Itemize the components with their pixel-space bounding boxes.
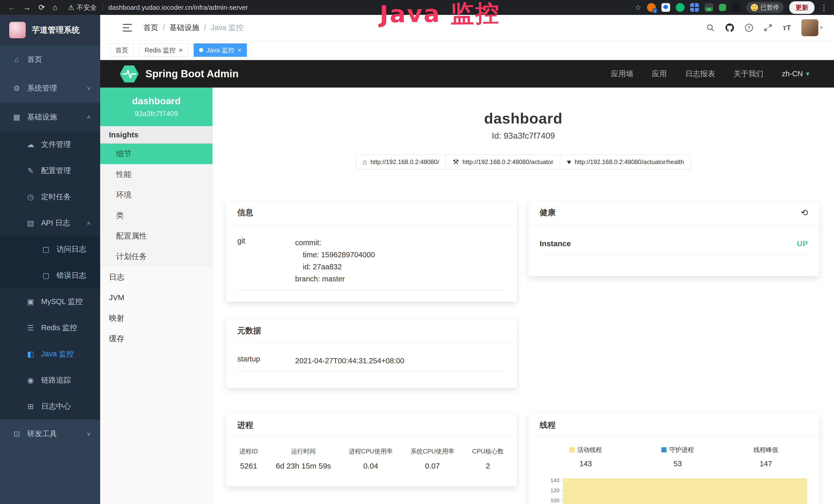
sidebar-item-mysql-monitor[interactable]: ▣ MySQL 监控 — [0, 289, 100, 315]
sidebar-item-label: 基础设施 — [27, 112, 57, 122]
heart-icon: ♥ — [567, 158, 571, 166]
app-title: 芋道管理系统 — [32, 25, 80, 36]
info-key: git — [237, 237, 295, 285]
sidebar-item-devtools[interactable]: ⊡ 研发工具 ∨ — [0, 419, 100, 448]
sidebar-item-config-props[interactable]: 配置属性 — [100, 226, 213, 246]
history-icon[interactable]: ⟲ — [801, 207, 808, 218]
sba-nav-about[interactable]: 关于我们 — [733, 69, 763, 79]
update-button[interactable]: 更新 — [789, 1, 814, 14]
metadata-line: 2021-04-27T00:44:31.254+08:00 — [295, 355, 404, 367]
paused-badge[interactable]: 已暂停 — [746, 2, 784, 13]
card-body: 进程ID 5261 运行时间 6d 23h 15m 59s 进程CPU使用率 0… — [226, 437, 517, 477]
bookmark-star-icon[interactable]: ☆ — [635, 3, 641, 12]
sidebar-item-label: 错误日志 — [57, 270, 86, 281]
threads-legend: 活动线程 143 守护进程 53 线程峰值 147 — [540, 444, 808, 468]
tab-redis-monitor[interactable]: Redis 监控 × — [139, 43, 188, 57]
sba-nav-wallboard[interactable]: 应用墙 — [611, 69, 633, 79]
metadata-card: 元数据 startup 2021-04-27T00:44:31.254+08:0… — [226, 319, 517, 388]
hamburger-icon[interactable] — [123, 24, 132, 31]
language-label: zh-CN — [782, 70, 803, 78]
legend-active-threads: 活动线程 143 — [569, 446, 602, 468]
stat-label: CPU核心数 — [472, 447, 504, 456]
home-icon: ⌂ — [363, 158, 367, 166]
page-title: dashboard — [213, 110, 834, 127]
sidebar-item-log-center[interactable]: ⊞ 日志中心 — [0, 393, 100, 419]
extension-icon-3[interactable] — [676, 3, 684, 12]
log-doc-icon: ▢ — [40, 271, 52, 280]
health-url-link[interactable]: ♥ http://192.168.0.2:48080/actuator/heal… — [560, 155, 691, 169]
sidebar-item-infrastructure[interactable]: ▦ 基础设施 ∧ — [0, 103, 100, 132]
sidebar-item-file-management[interactable]: ☁ 文件管理 — [0, 132, 100, 158]
sidebar-item-performance[interactable]: 性能 — [100, 164, 213, 185]
fullscreen-icon[interactable] — [764, 23, 772, 32]
process-stats: 进程ID 5261 运行时间 6d 23h 15m 59s 进程CPU使用率 0… — [237, 444, 506, 471]
address-bar[interactable]: ⚠ 不安全 dashboard.yudao.iocoder.cn/infra/a… — [68, 3, 248, 12]
sidebar-item-error-logs[interactable]: ▢ 错误日志 — [0, 262, 100, 289]
service-url-link[interactable]: ⌂ http://192.168.0.2:48080/ — [356, 155, 446, 169]
sidebar-item-access-logs[interactable]: ▢ 访问日志 — [0, 236, 100, 262]
sidebar-item-environment[interactable]: 环境 — [100, 185, 213, 205]
tab-java-monitor[interactable]: Java 监控 × — [194, 43, 247, 57]
app-logo[interactable]: 芋道管理系统 — [0, 15, 100, 45]
browser-home-icon[interactable]: ⌂ — [53, 4, 57, 11]
sba-language-selector[interactable]: zh-CN ▾ — [782, 70, 809, 78]
sidebar-item-api-logs[interactable]: ▤ API 日志 ∧ — [0, 210, 100, 236]
tab-home[interactable]: 首页 — [110, 43, 134, 57]
info-line: id: 27aa832 — [295, 261, 375, 273]
reload-icon[interactable]: ⟳ — [39, 4, 45, 11]
security-label[interactable]: 不安全 — [77, 3, 97, 12]
search-icon[interactable] — [706, 23, 715, 32]
link-label: http://192.168.0.2:48080/actuator/health — [575, 158, 684, 166]
github-icon[interactable] — [725, 23, 734, 32]
sidebar-item-caches[interactable]: 缓存 — [100, 328, 213, 349]
breadcrumb-infra[interactable]: 基础设施 — [170, 23, 199, 33]
chrome-menu-icon[interactable]: ⋮ — [820, 3, 828, 12]
log-doc-icon: ▢ — [40, 245, 52, 254]
forward-icon[interactable]: → — [23, 4, 31, 11]
sidebar-item-config-management[interactable]: ✎ 配置管理 — [0, 158, 100, 184]
sidebar-item-java-monitor[interactable]: ◧ Java 监控 — [0, 341, 100, 367]
extension-icon-2[interactable] — [661, 3, 670, 12]
sba-title: Spring Boot Admin — [146, 68, 239, 79]
sidebar-item-home[interactable]: ⌂ 首页 — [0, 45, 100, 74]
edit-icon: ✎ — [25, 166, 37, 175]
sidebar-item-details[interactable]: 细节 — [100, 143, 213, 164]
stat-label: 系统CPU使用率 — [411, 447, 454, 456]
sba-nav-journal[interactable]: 日志报表 — [685, 69, 715, 79]
sidebar-item-mappings[interactable]: 映射 — [100, 308, 213, 328]
breadcrumb-home[interactable]: 首页 — [143, 23, 158, 33]
extension-icon-7[interactable] — [732, 3, 741, 12]
stat-label: 运行时间 — [291, 447, 316, 456]
actuator-url-link[interactable]: ⚒ http://192.168.0.2:48080/actuator — [446, 155, 560, 169]
card-title: 进程 — [237, 420, 253, 431]
avatar-image — [802, 19, 818, 36]
sidebar-item-scheduled[interactable]: 计划任务 — [100, 246, 213, 267]
document-icon: ▤ — [25, 219, 37, 228]
extension-icon-5[interactable]: on — [705, 3, 713, 12]
back-icon[interactable]: ← — [8, 4, 16, 11]
close-icon[interactable]: × — [179, 47, 183, 53]
card-header: 进程 — [226, 413, 517, 437]
extension-icon-1[interactable]: 1 — [647, 3, 656, 12]
link-label: http://192.168.0.2:48080/actuator — [463, 158, 553, 166]
font-size-icon[interactable]: тT — [783, 23, 791, 32]
close-icon[interactable]: × — [238, 47, 241, 53]
sba-nav-applications[interactable]: 应用 — [652, 69, 667, 79]
sidebar-item-link-tracing[interactable]: ◉ 链路追踪 — [0, 367, 100, 393]
help-icon[interactable]: ? — [745, 23, 753, 32]
annotation-text: Java 监控 — [380, 1, 500, 27]
sidebar-item-jvm[interactable]: JVM — [100, 287, 213, 308]
user-avatar[interactable]: ▾ — [802, 19, 823, 36]
extension-icon-6[interactable] — [719, 4, 726, 11]
sidebar-item-scheduled-tasks[interactable]: ◷ 定时任务 — [0, 184, 100, 210]
toolbox-icon: ⊡ — [11, 430, 23, 438]
sidebar-item-classes[interactable]: 类 — [100, 205, 213, 226]
sidebar-item-redis-monitor[interactable]: ☰ Redis 监控 — [0, 315, 100, 341]
instance-header[interactable]: dashboard 93a3fc7f7409 — [100, 88, 213, 126]
url-text[interactable]: dashboard.yudao.iocoder.cn/infra/admin-s… — [108, 4, 248, 12]
sidebar-item-system[interactable]: ⚙ 系统管理 ∨ — [0, 74, 100, 103]
health-row: Instance UP — [540, 231, 808, 255]
sidebar-item-logs[interactable]: 日志 — [100, 267, 213, 287]
extension-icon-4[interactable] — [690, 3, 699, 12]
card-header: 健康 ⟲ — [528, 201, 819, 224]
